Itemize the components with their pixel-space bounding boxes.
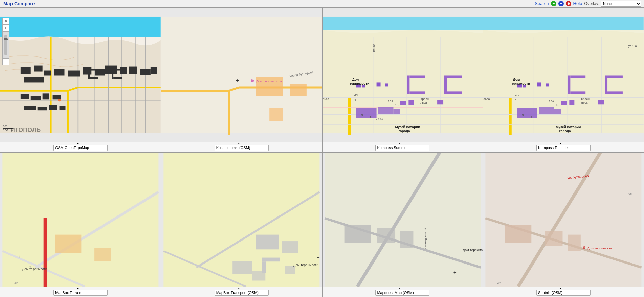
map-label-mapbox-terrain[interactable]: MapBox Terrain [0,287,161,297]
svg-rect-73 [408,100,414,105]
svg-rect-30 [49,105,57,110]
svg-rect-70 [447,75,462,78]
svg-text:Музей истории: Музей истории [556,125,581,129]
svg-rect-130 [94,248,111,261]
svg-rect-14 [24,77,44,82]
svg-rect-12 [34,66,43,72]
svg-rect-21 [129,67,137,74]
svg-rect-52 [323,17,483,30]
svg-rect-46 [269,108,283,121]
map-label-mapbox-transport[interactable]: MapBox Transport (OSM) [161,287,322,297]
map-cell-kosmo[interactable]: + 🏛 Дом терпимости Улица Бутлерова Kosmo… [161,7,322,152]
svg-rect-155 [568,235,581,251]
zoom-in-btn[interactable]: + [2,25,9,31]
map-select-kosmo[interactable]: Kosmosnimki (OSM) [215,145,269,151]
icon-red-circle[interactable]: ⊕ [566,1,571,6]
svg-rect-13 [44,71,51,76]
svg-rect-146 [344,225,371,243]
svg-text:2А: 2А [515,93,519,96]
map-label-kosmo[interactable]: Kosmosnimki (OSM) [161,142,322,152]
svg-rect-28 [24,106,36,110]
svg-text:▲17А: ▲17А [375,118,383,121]
map-grid: 100 m 500 ИТОПОЛЬ ⊕ + − [0,7,644,297]
svg-text:терпимости: терпимости [349,82,369,85]
svg-rect-129 [55,235,82,253]
overlay-control: Overlay: NoneOpenRailwayMapOpenSeaMapHil… [584,1,641,7]
map-canvas-mapbox-terrain: Дом терпимости + ○ 2А [0,153,161,287]
map-canvas-sputnik: ул. Бутлерова Дом терпимости 🏛 2А + ул. [483,153,644,287]
map-select-mapbox-transport[interactable]: MapBox Transport (OSM) [215,290,269,296]
svg-text:4: 4 [515,98,517,101]
help-link[interactable]: Help [573,1,582,6]
svg-text:Дом терпимости: Дом терпимости [256,79,282,83]
svg-rect-26 [43,93,49,99]
map-select-sputnik[interactable]: Sputnik (OSM) [536,290,591,296]
svg-rect-64 [378,107,393,114]
nav-controls[interactable]: ⊕ + − [2,18,9,65]
svg-text:ИТОПОЛЬ: ИТОПОЛЬ [10,127,41,133]
svg-rect-111 [561,101,567,105]
map-cell-sputnik[interactable]: ул. Бутлерова Дом терпимости 🏛 2А + ул. … [483,152,644,297]
svg-text:улица: улица [372,44,376,52]
map-cell-kompass-summer[interactable]: Дом терпимости Музей истории города 2А 4… [322,7,483,152]
map-canvas-kompass-touristik: Дом терпимости Музей истории города 2А 4… [483,8,644,142]
svg-rect-36 [113,69,122,71]
svg-text:🏛: 🏛 [582,246,585,249]
svg-text:+: + [316,254,319,260]
svg-text:🏛: 🏛 [251,79,254,83]
map-label-sputnik[interactable]: Sputnik (OSM) [483,287,644,297]
svg-text:льса: льса [581,101,587,104]
zoom-slider[interactable] [2,31,9,59]
icon-plus-circle[interactable]: + [558,1,564,6]
map-canvas-mapbox-transport: + Дом терпимости [161,153,322,287]
svg-text:15А: 15А [549,100,554,103]
svg-rect-16 [68,71,80,77]
map-select-topo[interactable]: OSM OpenTopoMap [53,145,108,151]
map-label-kompass-touristik[interactable]: Kompass Touristik [483,142,644,152]
overlay-label: Overlay: [584,1,599,6]
svg-rect-108 [605,75,607,94]
map-select-kompass-summer[interactable]: Kompass Summer [375,145,429,151]
svg-rect-1 [0,17,161,37]
svg-text:льса: льса [420,101,427,104]
svg-rect-140 [285,266,295,274]
zoom-out-btn[interactable]: − [2,59,9,65]
map-label-mapquest[interactable]: Mapquest Map (OSM) [323,287,483,297]
map-cell-topo[interactable]: 100 m 500 ИТОПОЛЬ ⊕ + − [0,7,161,152]
map-cell-kompass-touristik[interactable]: Дом терпимости Музей истории города 2А 4… [483,7,644,152]
svg-rect-107 [571,91,586,94]
svg-rect-35 [112,69,113,79]
svg-text:9: 9 [522,113,524,117]
map-cell-mapbox-terrain[interactable]: Дом терпимости + ○ 2А MapBox Terrain [0,152,161,297]
svg-rect-27 [53,95,61,99]
svg-rect-72 [400,101,406,105]
svg-text:2А: 2А [497,281,501,284]
svg-rect-31 [60,106,66,110]
map-cell-mapquest[interactable]: улица Ленина + Дом терпимости Mapquest M… [322,152,483,297]
map-canvas-kosmo: + 🏛 Дом терпимости Улица Бутлерова [161,8,322,142]
svg-rect-102 [517,108,537,118]
map-select-mapquest[interactable]: Mapquest Map (OSM) [375,290,429,296]
compass-btn[interactable]: ⊕ [2,18,9,25]
svg-rect-106 [571,75,586,78]
icon-green[interactable]: ✦ [551,1,556,6]
map-label-kompass-summer[interactable]: Kompass Summer [323,142,483,152]
svg-point-38 [58,99,61,101]
svg-text:ул.: ул. [629,192,633,196]
map-select-mapbox-terrain[interactable]: MapBox Terrain [53,290,108,296]
svg-rect-45 [290,84,307,96]
svg-text:+: + [18,254,21,259]
svg-text:Красн: Красн [420,97,429,101]
search-link[interactable]: Search [535,1,549,6]
header-right: Search ✦ + ⊕ Help Overlay: NoneOpenRailw… [535,1,644,7]
map-label-topo[interactable]: OSM OpenTopoMap [0,142,161,152]
svg-text:9: 9 [361,113,363,117]
svg-text:15: 15 [395,103,398,107]
svg-rect-65 [393,109,400,114]
overlay-select[interactable]: NoneOpenRailwayMapOpenSeaMapHillshading [601,1,641,7]
map-canvas-mapquest: улица Ленина + Дом терпимости [323,153,483,287]
svg-text:терпимости: терпимости [510,82,530,85]
map-select-kompass-touristik[interactable]: Kompass Touristik [536,145,591,151]
map-cell-mapbox-transport[interactable]: + Дом терпимости MapBox Transport (OSM) [161,152,322,297]
map-canvas-kompass-summer: Дом терпимости Музей истории города 2А 4… [323,8,483,142]
